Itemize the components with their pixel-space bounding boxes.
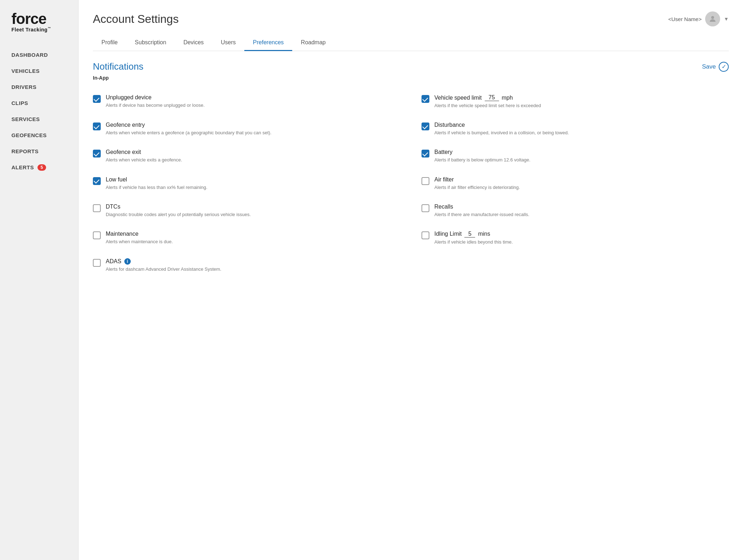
notif-title-row-maintenance: Maintenance — [106, 231, 404, 237]
checkbox-wrap-geofence_exit[interactable] — [93, 150, 101, 158]
notif-title-row-idling: Idling Limit mins — [434, 231, 722, 238]
checkbox-wrap-disturbance[interactable] — [422, 122, 429, 130]
notif-title-row-geofence_exit: Geofence exit — [106, 149, 404, 155]
notif-title-row-battery: Battery — [434, 149, 722, 155]
sidebar-item-geofences[interactable]: GEOFENCES — [11, 127, 78, 143]
notif-desc-geofence_exit: Alerts when vehicle exits a geofence. — [106, 157, 404, 163]
notif-desc-air_filter: Alerts if air filter efficiency is deter… — [434, 184, 722, 191]
notif-title-maintenance: Maintenance — [106, 231, 139, 237]
notif-desc-geofence_entry: Alerts when vehicle enters a geofence (a… — [106, 130, 404, 136]
sidebar-item-vehicles[interactable]: VEHICLES — [11, 63, 78, 79]
notif-item-recalls: Recalls Alerts if there are manufacturer… — [411, 197, 729, 224]
info-icon-adas[interactable]: i — [124, 258, 131, 265]
notif-desc-recalls: Alerts if there are manufacturer-issued … — [434, 211, 722, 218]
user-name: <User Name> — [668, 16, 702, 22]
checkbox-maintenance[interactable] — [93, 231, 101, 239]
checkbox-disturbance[interactable] — [422, 122, 429, 130]
checkbox-speed[interactable] — [422, 95, 429, 103]
notif-title-row-geofence_entry: Geofence entry — [106, 122, 404, 128]
checkbox-wrap-low_fuel[interactable] — [93, 177, 101, 185]
nav-label-drivers: DRIVERS — [11, 84, 36, 90]
tab-preferences[interactable]: Preferences — [244, 35, 292, 51]
notif-desc-speed: Alerts if the vehicle speed limit set he… — [434, 102, 722, 109]
notif-item-disturbance: Disturbance Alerts if vehicle is bumped,… — [411, 115, 729, 142]
tab-roadmap[interactable]: Roadmap — [292, 35, 334, 51]
checkbox-low_fuel[interactable] — [93, 177, 101, 185]
checkbox-wrap-adas[interactable] — [93, 259, 101, 267]
notif-desc-low_fuel: Alerts if vehicle has less than xx% fuel… — [106, 184, 404, 191]
checkbox-adas[interactable] — [93, 259, 101, 267]
notif-title-row-low_fuel: Low fuel — [106, 176, 404, 183]
notif-content-disturbance: Disturbance Alerts if vehicle is bumped,… — [434, 122, 722, 136]
checkbox-wrap-speed[interactable] — [422, 95, 429, 103]
sidebar-item-reports[interactable]: REPORTS — [11, 143, 78, 159]
alert-badge: 5 — [38, 164, 46, 171]
user-area[interactable]: <User Name> ▼ — [668, 11, 729, 26]
logo: force Fleet Tracking™ — [11, 11, 78, 32]
notif-desc-battery: Alerts if battery is below optimum 12.6 … — [434, 157, 722, 163]
checkbox-wrap-geofence_entry[interactable] — [93, 122, 101, 130]
sidebar-item-services[interactable]: SERVICES — [11, 111, 78, 127]
save-check-icon: ✓ — [719, 62, 729, 72]
notif-content-recalls: Recalls Alerts if there are manufacturer… — [434, 204, 722, 218]
notif-title-speed: Vehicle speed limit — [434, 95, 482, 101]
notif-title-unplugged: Unplugged device — [106, 94, 151, 101]
notif-content-unplugged: Unplugged device Alerts if device has be… — [106, 94, 404, 109]
checkbox-wrap-dtcs[interactable] — [93, 204, 101, 212]
in-app-label: In-App — [93, 75, 729, 81]
notif-item-battery: Battery Alerts if battery is below optim… — [411, 142, 729, 170]
save-button[interactable]: Save ✓ — [702, 62, 729, 72]
notifications-title: Notifications — [93, 61, 144, 72]
notif-title-row-dtcs: DTCs — [106, 204, 404, 210]
notif-content-air_filter: Air filter Alerts if air filter efficien… — [434, 176, 722, 191]
checkbox-geofence_entry[interactable] — [93, 122, 101, 130]
nav-label-services: SERVICES — [11, 116, 40, 122]
tab-devices[interactable]: Devices — [175, 35, 212, 51]
notif-content-adas: ADASi Alerts for dashcam Advanced Driver… — [106, 258, 404, 272]
idling-limit-input[interactable] — [464, 231, 475, 238]
save-label: Save — [702, 63, 716, 70]
checkbox-geofence_exit[interactable] — [93, 150, 101, 158]
tab-profile[interactable]: Profile — [93, 35, 126, 51]
notif-title-battery: Battery — [434, 149, 453, 155]
checkbox-battery[interactable] — [422, 150, 429, 158]
sidebar-item-clips[interactable]: CLIPS — [11, 95, 78, 111]
nav-label-dashboard: DASHBOARD — [11, 52, 48, 58]
page-title: Account Settings — [93, 12, 179, 26]
checkbox-unplugged[interactable] — [93, 95, 101, 103]
sidebar-item-alerts[interactable]: ALERTS5 — [11, 159, 78, 176]
sidebar-item-drivers[interactable]: DRIVERS — [11, 79, 78, 95]
notif-title-row-unplugged: Unplugged device — [106, 94, 404, 101]
checkbox-air_filter[interactable] — [422, 177, 429, 185]
checkbox-idling[interactable] — [422, 231, 429, 239]
logo-sub-text: Fleet Tracking™ — [11, 26, 78, 32]
logo-force-text: force — [11, 11, 78, 26]
checkbox-recalls[interactable] — [422, 204, 429, 212]
tab-subscription[interactable]: Subscription — [126, 35, 175, 51]
notif-item-maintenance: Maintenance Alerts when maintenance is d… — [93, 224, 411, 252]
checkbox-wrap-air_filter[interactable] — [422, 177, 429, 185]
chevron-down-icon: ▼ — [724, 16, 729, 22]
sidebar: force Fleet Tracking™ DASHBOARDVEHICLESD… — [0, 0, 79, 560]
notif-title-row-adas: ADASi — [106, 258, 404, 265]
notif-item-low_fuel: Low fuel Alerts if vehicle has less than… — [93, 170, 411, 197]
speed-limit-input[interactable] — [485, 94, 499, 101]
tab-users[interactable]: Users — [212, 35, 244, 51]
notif-content-idling: Idling Limit mins Alerts if vehicle idle… — [434, 231, 722, 245]
notif-title-adas: ADAS — [106, 258, 121, 265]
sidebar-item-dashboard[interactable]: DASHBOARD — [11, 47, 78, 63]
checkbox-wrap-battery[interactable] — [422, 150, 429, 158]
notif-item-speed: Vehicle speed limit mph Alerts if the ve… — [411, 88, 729, 115]
notif-item-air_filter: Air filter Alerts if air filter efficien… — [411, 170, 729, 197]
nav-label-clips: CLIPS — [11, 100, 28, 106]
checkbox-wrap-unplugged[interactable] — [93, 95, 101, 103]
checkbox-wrap-maintenance[interactable] — [93, 231, 101, 239]
checkbox-dtcs[interactable] — [93, 204, 101, 212]
notif-title-row-speed: Vehicle speed limit mph — [434, 94, 722, 101]
checkbox-wrap-idling[interactable] — [422, 231, 429, 239]
notif-item-geofence_exit: Geofence exit Alerts when vehicle exits … — [93, 142, 411, 170]
notifications-grid: Unplugged device Alerts if device has be… — [93, 88, 729, 279]
notif-title-disturbance: Disturbance — [434, 122, 465, 128]
checkbox-wrap-recalls[interactable] — [422, 204, 429, 212]
nav-label-alerts: ALERTS — [11, 164, 34, 170]
